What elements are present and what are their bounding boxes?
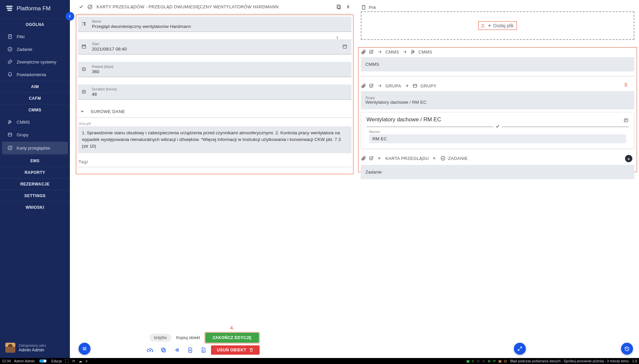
nav-item-zadanie[interactable]: Zadanie	[0, 43, 70, 56]
nav-section-raporty[interactable]: RAPORTY	[0, 167, 70, 178]
grupy-value: Wentylatory dachowe / RM EC	[365, 100, 630, 105]
date-picker-icon[interactable]	[342, 44, 348, 50]
copy-icon[interactable]	[160, 347, 166, 353]
nav-item-zewnetrzne[interactable]: Zewnętrzne systemy	[0, 56, 70, 68]
pin-icon[interactable]	[345, 4, 351, 9]
nav-section-ems[interactable]: EMS	[0, 155, 70, 167]
file-section-header: Plik	[361, 4, 634, 11]
card-icon[interactable]	[336, 4, 341, 9]
cmms-strip[interactable]: CMMS	[361, 57, 634, 71]
status-indicators: ▣⎋⚙⊚⊕⟳▣⊟	[466, 359, 507, 363]
edit-mode-toggle[interactable]	[39, 359, 47, 363]
svg-point-4	[88, 5, 92, 9]
file-icon	[7, 34, 13, 39]
nav-item-cmms[interactable]: CMMS	[0, 116, 70, 128]
fab-history-button[interactable]	[621, 343, 633, 355]
check-circle-icon	[440, 156, 446, 161]
nav-section-wnioski[interactable]: WNIOSKI	[0, 201, 70, 213]
nav-label: Zadanie	[17, 47, 32, 52]
nav-label: Karty przeglądów	[17, 146, 50, 151]
status-mode: Edycja	[51, 359, 62, 363]
checklist-icon	[369, 83, 374, 88]
nav-item-powiadomienia[interactable]: Powiadomienia	[0, 68, 70, 81]
copy-object-link[interactable]: Kopiuj obiekt	[176, 335, 200, 340]
page-header: KARTY PRZEGLĄDÓW - PRZEGLĄD DWUMIESIĘCZN…	[78, 4, 351, 12]
field-value[interactable]: 48	[92, 91, 348, 98]
nav-section-cafm[interactable]: CAFM	[0, 92, 70, 104]
nav-item-pliki[interactable]: Pliki	[0, 30, 70, 43]
nav-section-aim[interactable]: AIM	[0, 81, 70, 92]
nav-item-karty-przegladow[interactable]: Karty przeglądów	[2, 142, 68, 154]
status-version: 1.0	[632, 359, 637, 363]
raw-data-toggle[interactable]: SUROWE DANE	[78, 107, 351, 116]
svg-rect-10	[82, 90, 85, 93]
svg-rect-2	[8, 133, 12, 136]
logo-icon	[6, 6, 13, 12]
arrow-right-icon	[404, 83, 409, 88]
add-file-icon[interactable]	[187, 347, 193, 353]
svg-rect-7	[82, 45, 86, 48]
user-name: Admin Admin	[19, 347, 46, 352]
checklist-icon	[7, 145, 13, 151]
field-label: Start	[92, 42, 337, 46]
nazwa-value[interactable]: RM EC	[369, 134, 626, 143]
file-icon[interactable]	[200, 347, 206, 353]
status-fullscreen-icon[interactable]: ⛶	[65, 359, 69, 363]
finish-edit-button[interactable]: ZAKOŃCZ EDYCJĘ	[205, 333, 259, 343]
zadanie-strip[interactable]: Zadanie	[361, 165, 634, 179]
plus-icon	[487, 23, 492, 28]
number-icon	[81, 89, 87, 95]
status-cloud-icon[interactable]: ☁	[79, 359, 82, 363]
check-icon	[493, 124, 502, 130]
tags-label: Tagi	[78, 153, 351, 166]
file-header-label: Plik	[369, 5, 376, 10]
grupa-card: Wentylatory dachowe / RM EC Nazwa RM EC	[361, 112, 634, 149]
svg-rect-18	[161, 348, 164, 351]
field-label: Repeat [days]	[92, 64, 348, 68]
field-value[interactable]: 360	[92, 68, 348, 75]
svg-rect-17	[162, 349, 165, 352]
file-dropzone[interactable]: 2. Dodaj plik	[361, 11, 634, 40]
nav-label: CMMS	[17, 120, 30, 125]
field-value[interactable]: 2021/09/17 08:40	[92, 46, 337, 53]
share-icon[interactable]	[174, 347, 180, 353]
status-refresh-icon[interactable]: ⟳	[72, 359, 75, 363]
field-repeat: Repeat [days] 360	[78, 62, 351, 77]
zadanie-breadcrumb: KARTA PRZEGLĄDU ZADANIE +	[361, 155, 634, 162]
crumb-grupa-a: GRUPA	[385, 83, 401, 88]
nav-section-rezerwacje[interactable]: REZERWACJE	[0, 178, 70, 190]
status-menu-icon[interactable]: ≡	[86, 359, 88, 363]
arrow-right-icon	[377, 83, 382, 88]
delete-label: USUŃ OBIEKT	[217, 348, 246, 352]
add-zadanie-button[interactable]: +	[625, 155, 632, 162]
crumb-grupa-b: GRUPY	[420, 83, 436, 88]
user-block[interactable]: Zalogowany jako Admin Admin	[0, 338, 70, 358]
fab-expand-button[interactable]	[514, 343, 526, 355]
nav-section-cmms[interactable]: CMMS	[0, 104, 70, 116]
action-bar: 4. bntp5iv Kopiuj obiekt ZAKOŃCZ EDYCJĘ …	[75, 330, 261, 357]
group-icon	[412, 83, 418, 88]
cloud-upload-icon[interactable]	[147, 347, 153, 353]
right-column: Plik 2. Dodaj plik 3. CMMS	[356, 0, 639, 358]
add-file-label: Dodaj plik	[493, 23, 514, 28]
crumb-zadanie: ZADANIE	[448, 156, 468, 161]
nav-section-settings[interactable]: SETTINGS	[0, 190, 70, 201]
arrow-left-icon	[377, 156, 382, 161]
grupy-label: Grupy	[365, 96, 630, 100]
card-open-icon[interactable]	[623, 118, 629, 123]
add-file-button[interactable]: 2. Dodaj plik	[478, 21, 517, 30]
object-code-chip: bntp5iv	[149, 334, 172, 342]
raw-data-body[interactable]: 1. Sprawdzenie stanu obudowy i zabezpiec…	[78, 126, 351, 153]
crumb-cmms-a: CMMS	[385, 50, 399, 55]
collapse-sidebar-button[interactable]	[66, 12, 74, 21]
bell-icon	[7, 72, 13, 77]
grupa-breadcrumb: GRUPA GRUPY	[361, 82, 634, 90]
field-value[interactable]: Przegląd dwumiesięczny wentylatorów Hard…	[92, 23, 348, 30]
tool-icons	[147, 347, 206, 353]
field-label: Duration [hours]	[92, 87, 348, 91]
grupy-strip[interactable]: Grupy Wentylatory dachowe / RM EC	[361, 91, 634, 109]
nav-item-grupy[interactable]: Grupy	[0, 128, 70, 141]
svg-point-11	[369, 50, 373, 54]
delete-object-button[interactable]: USUŃ OBIEKT	[211, 345, 260, 355]
annotation-2: 2.	[481, 23, 485, 28]
